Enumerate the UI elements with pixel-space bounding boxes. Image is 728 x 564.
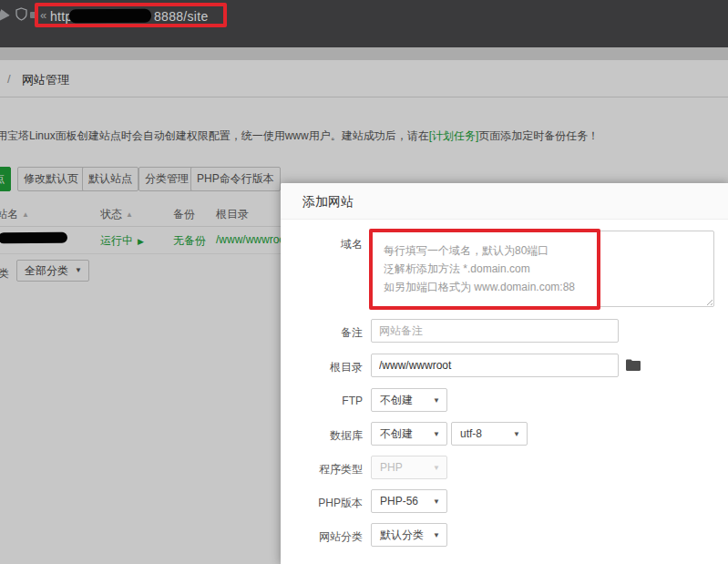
browser-partial-icon bbox=[0, 9, 13, 24]
root-dir-label: 根目录 bbox=[281, 360, 363, 375]
ftp-select-value: 不创建 bbox=[380, 394, 413, 406]
shield-icon[interactable] bbox=[15, 7, 27, 21]
annotation-box-url bbox=[35, 3, 227, 27]
chevron-down-icon: ▼ bbox=[513, 424, 520, 446]
site-category-value: 默认分类 bbox=[380, 528, 424, 541]
chevron-down-icon: ▼ bbox=[433, 525, 440, 547]
modal-title: 添加网站 bbox=[302, 194, 354, 210]
folder-browse-icon[interactable] bbox=[626, 359, 641, 371]
chevron-down-icon: ▼ bbox=[433, 457, 440, 479]
php-version-label: PHP版本 bbox=[281, 496, 363, 511]
program-type-select: PHP ▼ bbox=[371, 456, 447, 479]
chevron-down-icon: ▼ bbox=[433, 390, 440, 412]
ftp-select[interactable]: 不创建 ▼ bbox=[371, 388, 447, 412]
browser-address-bar: « http:// 8888/site bbox=[0, 0, 728, 47]
note-label: 备注 bbox=[281, 325, 363, 341]
charset-select-value: utf-8 bbox=[460, 427, 482, 440]
program-type-value: PHP bbox=[380, 461, 403, 474]
modal-header: 添加网站 bbox=[281, 183, 728, 220]
php-version-value: PHP-56 bbox=[380, 495, 418, 508]
site-category-select[interactable]: 默认分类 ▼ bbox=[371, 523, 447, 547]
add-website-modal: 添加网站 域名 每行填写一个域名，默认为80端口 泛解析添加方法 *.domai… bbox=[281, 183, 728, 564]
database-select-value: 不创建 bbox=[380, 427, 413, 440]
chevron-down-icon: ▼ bbox=[433, 424, 440, 446]
php-version-select[interactable]: PHP-56 ▼ bbox=[371, 489, 447, 513]
note-input[interactable] bbox=[371, 319, 619, 343]
program-type-label: 程序类型 bbox=[281, 462, 363, 477]
domain-label: 域名 bbox=[281, 237, 363, 252]
annotation-box-domain bbox=[369, 229, 600, 310]
screen: « http:// 8888/site / 网站管理 用宝塔Linux面板创建站… bbox=[0, 0, 728, 564]
chevron-down-icon: ▼ bbox=[433, 491, 440, 513]
database-label: 数据库 bbox=[281, 428, 363, 444]
root-dir-input[interactable] bbox=[371, 354, 619, 377]
database-select[interactable]: 不创建 ▼ bbox=[371, 422, 447, 446]
textarea-resize-handle[interactable] bbox=[704, 297, 713, 305]
charset-select[interactable]: utf-8 ▼ bbox=[451, 422, 528, 446]
ftp-label: FTP bbox=[281, 395, 363, 407]
site-category-label: 网站分类 bbox=[281, 529, 363, 545]
